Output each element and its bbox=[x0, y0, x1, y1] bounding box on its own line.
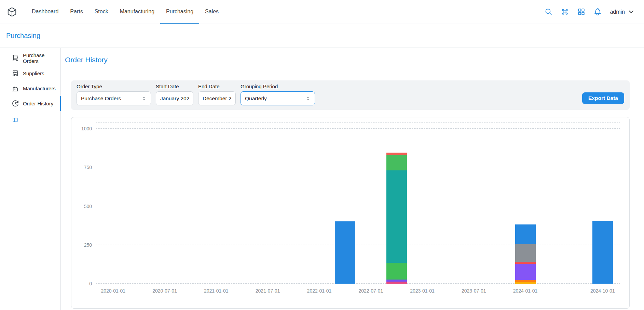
chart-bar-2022-04-01 bbox=[335, 122, 355, 284]
sidebar-item-label: Manufacturers bbox=[23, 86, 56, 91]
sidebar-item-label: Suppliers bbox=[23, 70, 44, 76]
x-tick-label: 2020-07-01 bbox=[152, 288, 177, 294]
x-tick-label: 2024-10-01 bbox=[590, 288, 615, 294]
order-type-value: Purchase Orders bbox=[81, 95, 121, 102]
command-icon[interactable] bbox=[561, 8, 569, 16]
chevron-up-down-icon bbox=[305, 96, 311, 101]
page-header: Purchasing bbox=[0, 24, 644, 48]
order-type-label: Order Type bbox=[77, 83, 151, 89]
end-date-input[interactable] bbox=[198, 91, 236, 105]
bar-segment bbox=[386, 282, 407, 284]
chevron-down-icon bbox=[628, 9, 634, 15]
sidebar-item-order-history[interactable]: Order History bbox=[0, 96, 61, 111]
tab-stock[interactable]: Stock bbox=[89, 0, 114, 24]
app-logo-icon[interactable] bbox=[7, 7, 17, 17]
bar-segment bbox=[515, 224, 536, 244]
start-date-field: Start Date bbox=[156, 83, 193, 105]
sidebar-item-suppliers[interactable]: Suppliers bbox=[0, 66, 61, 81]
user-menu[interactable]: admin bbox=[610, 9, 634, 15]
bar-segment bbox=[386, 153, 407, 155]
chart-bar-2024-10-01 bbox=[592, 122, 613, 284]
bar-segment bbox=[386, 170, 407, 263]
bar-segment bbox=[515, 264, 536, 280]
start-date-input[interactable] bbox=[156, 91, 193, 105]
chart-card: 025050075010002020-01-012020-07-012021-0… bbox=[71, 117, 630, 309]
bar-segment bbox=[515, 262, 536, 264]
grouping-period-select[interactable]: Quarterly bbox=[241, 91, 315, 105]
qr-grid-icon[interactable] bbox=[577, 8, 586, 16]
factory-icon bbox=[12, 85, 19, 92]
x-tick-label: 2022-01-01 bbox=[307, 288, 332, 294]
bar-segment bbox=[386, 263, 407, 280]
chart-bar-2022-10-01 bbox=[386, 122, 407, 284]
username: admin bbox=[610, 9, 625, 15]
x-tick-label: 2022-07-01 bbox=[358, 288, 383, 294]
header-actions: admin bbox=[544, 8, 634, 16]
sidebar-item-manufacturers[interactable]: Manufacturers bbox=[0, 81, 61, 96]
x-tick-label: 2021-01-01 bbox=[204, 288, 229, 294]
y-tick-label: 250 bbox=[84, 242, 92, 248]
bar-segment bbox=[335, 221, 355, 284]
tab-purchasing[interactable]: Purchasing bbox=[160, 0, 199, 24]
main-nav: Dashboard Parts Stock Manufacturing Purc… bbox=[26, 0, 224, 24]
bar-segment bbox=[386, 280, 407, 281]
tab-manufacturing[interactable]: Manufacturing bbox=[114, 0, 160, 24]
x-tick-label: 2024-01-01 bbox=[513, 288, 538, 294]
y-tick-label: 1000 bbox=[81, 126, 92, 131]
sidebar: Purchase Orders Suppliers Manufacturer bbox=[0, 48, 61, 310]
x-tick-label: 2023-01-01 bbox=[410, 288, 435, 294]
sidebar-item-purchase-orders[interactable]: Purchase Orders bbox=[0, 51, 61, 66]
grouping-period-value: Quarterly bbox=[245, 95, 267, 102]
y-tick-label: 0 bbox=[89, 281, 92, 286]
tab-sales[interactable]: Sales bbox=[199, 0, 224, 24]
tab-parts[interactable]: Parts bbox=[64, 0, 88, 24]
section-title: Order History bbox=[65, 55, 636, 64]
order-type-field: Order Type Purchase Orders bbox=[77, 83, 151, 105]
bar-segment bbox=[386, 155, 407, 170]
chart-top-gridline bbox=[96, 122, 620, 123]
order-history-chart: 025050075010002020-01-012020-07-012021-0… bbox=[96, 122, 620, 284]
y-gridline bbox=[96, 206, 620, 206]
history-icon bbox=[12, 100, 19, 107]
sidebar-item-label: Purchase Orders bbox=[23, 52, 60, 64]
chevron-up-down-icon bbox=[141, 96, 147, 101]
page-title: Purchasing bbox=[6, 32, 40, 40]
notification-bell-icon[interactable] bbox=[593, 8, 602, 16]
sidebar-item-label: Order History bbox=[23, 101, 53, 106]
y-gridline bbox=[96, 128, 620, 129]
bar-segment bbox=[515, 244, 536, 262]
grouping-period-label: Grouping Period bbox=[241, 83, 315, 89]
x-tick-label: 2020-01-01 bbox=[101, 288, 125, 294]
y-tick-label: 750 bbox=[84, 165, 92, 170]
bar-segment bbox=[515, 282, 536, 284]
export-data-button[interactable]: Export Data bbox=[582, 92, 624, 104]
grouping-period-field: Grouping Period Quarterly bbox=[241, 83, 315, 105]
y-tick-label: 500 bbox=[84, 204, 92, 209]
start-date-label: Start Date bbox=[156, 83, 193, 89]
tab-dashboard[interactable]: Dashboard bbox=[26, 0, 64, 24]
x-tick-label: 2023-07-01 bbox=[462, 288, 486, 294]
order-type-select[interactable]: Purchase Orders bbox=[77, 91, 151, 105]
end-date-field: End Date bbox=[198, 83, 236, 105]
search-icon[interactable] bbox=[544, 8, 553, 16]
shopping-cart-icon bbox=[12, 54, 19, 62]
divider bbox=[65, 72, 636, 72]
x-tick-label: 2021-07-01 bbox=[256, 288, 280, 294]
main-panel: Order History Order Type Purchase Orders… bbox=[61, 48, 644, 310]
top-navbar: Dashboard Parts Stock Manufacturing Purc… bbox=[0, 0, 644, 24]
bar-segment bbox=[515, 280, 536, 282]
y-gridline bbox=[96, 283, 620, 284]
building-store-icon bbox=[12, 69, 19, 77]
chart-bar-2024-01-01 bbox=[515, 122, 536, 284]
filter-panel: Order Type Purchase Orders Start Date En… bbox=[71, 80, 630, 110]
y-gridline bbox=[96, 245, 620, 245]
end-date-label: End Date bbox=[198, 83, 236, 89]
bar-segment bbox=[592, 221, 613, 284]
sidebar-collapse-icon[interactable] bbox=[12, 117, 18, 123]
y-gridline bbox=[96, 167, 620, 167]
